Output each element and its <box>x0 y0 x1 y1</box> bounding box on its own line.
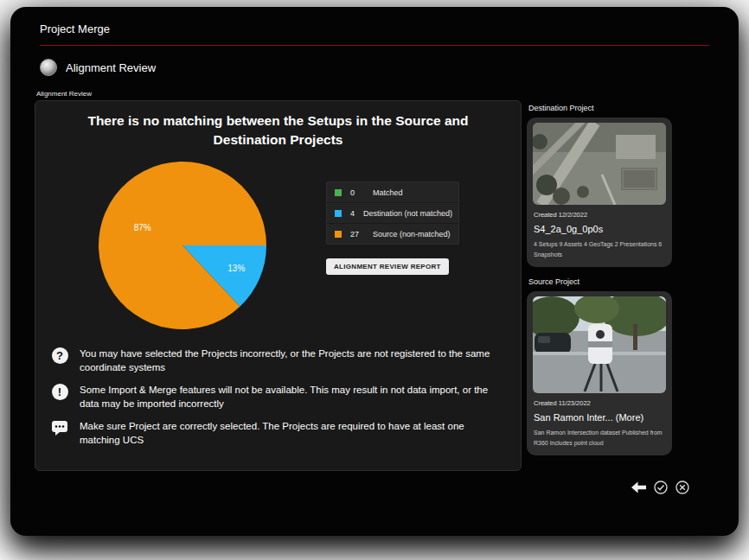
destination-created: Created 12/2/2022 <box>534 211 665 219</box>
alignment-review-icon <box>40 59 57 76</box>
destination-project-label: Destination Project <box>528 104 672 112</box>
legend-count: 0 <box>350 188 364 197</box>
destination-description: 4 Setups 9 Assets 4 GeoTags 2 Presentati… <box>534 239 665 259</box>
note-coordinate-systems: ? You may have selected the Projects inc… <box>51 347 505 374</box>
projects-sidebar: Destination Project Created 12/2/20 <box>527 100 672 466</box>
destination-title[interactable]: S4_2a_0g_0p0s <box>534 224 665 234</box>
source-project-label: Source Project <box>528 277 672 286</box>
alignment-review-report-button[interactable]: ALIGNMENT REVIEW REPORT <box>326 258 449 275</box>
panel-group-label: Alignment Review <box>36 90 739 98</box>
legend-row-source: 27 Source (non-matched) <box>327 224 458 244</box>
source-project-card: Created 11/23/2022 San Ramon Inter... (M… <box>527 291 672 455</box>
legend-row-destination: 4 Destination (not matched) <box>327 203 458 224</box>
legend-count: 27 <box>350 230 364 239</box>
legend-label: Source (non-matched) <box>373 230 451 239</box>
legend-count: 4 <box>350 209 355 218</box>
source-description: San Ramon Intersection dataset Published… <box>534 428 665 448</box>
legend-label: Destination (not matched) <box>363 209 452 218</box>
chart-legend: 0 Matched 4 Destination (not matched) 27… <box>326 181 459 245</box>
note-matching-ucs: Make sure Project are correctly selected… <box>51 420 505 447</box>
legend-label: Matched <box>373 188 403 197</box>
note-text: Some Import & Merge features will not be… <box>80 384 505 410</box>
note-import-merge: ! Some Import & Merge features will not … <box>51 384 505 410</box>
exclamation-icon: ! <box>52 384 68 400</box>
comment-icon <box>51 420 68 436</box>
legend-row-matched: 0 Matched <box>327 182 458 203</box>
pie-chart: 13%87% <box>96 159 269 332</box>
back-arrow-icon[interactable] <box>631 481 646 493</box>
source-thumbnail <box>533 296 666 393</box>
section-title: Alignment Review <box>66 61 156 74</box>
note-text: Make sure Project are correctly selected… <box>80 420 505 447</box>
notes-list: ? You may have selected the Projects inc… <box>51 347 505 447</box>
note-text: You may have selected the Projects incor… <box>80 347 505 374</box>
source-created: Created 11/23/2022 <box>534 399 665 407</box>
window-title: Project Merge <box>10 7 739 35</box>
question-icon: ? <box>52 347 68 364</box>
pie-slice-label: 87% <box>134 223 151 232</box>
pie-slice-label: 13% <box>227 264 245 273</box>
confirm-icon[interactable] <box>654 480 668 494</box>
destination-thumbnail <box>533 123 666 205</box>
source-swatch <box>335 231 342 238</box>
no-matching-heading: There is no matching between the Setups … <box>56 111 500 149</box>
destination-project-card: Created 12/2/2022 S4_2a_0g_0p0s 4 Setups… <box>527 118 672 267</box>
source-title[interactable]: San Ramon Inter... (More) <box>534 412 665 423</box>
close-icon[interactable] <box>675 480 689 494</box>
destination-swatch <box>335 210 342 217</box>
title-divider <box>40 45 709 46</box>
alignment-review-panel: There is no matching between the Setups … <box>35 100 522 471</box>
matched-swatch <box>335 189 342 196</box>
dialog-actions <box>631 480 689 494</box>
project-merge-dialog: Project Merge Alignment Review Alignment… <box>10 7 739 536</box>
